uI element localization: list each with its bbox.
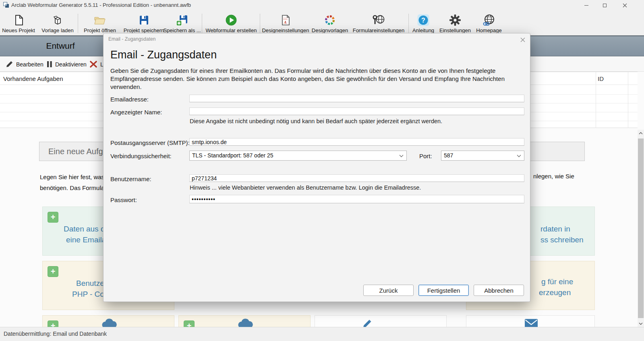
- port-select[interactable]: 587: [441, 151, 524, 161]
- gear-icon: [437, 12, 473, 26]
- password-input[interactable]: [189, 195, 524, 203]
- window-title: Arclab Webformular Generator 5.5.11 - Pr…: [11, 2, 191, 8]
- username-label: Benutzername:: [110, 176, 151, 182]
- toolbar-new-project[interactable]: Neues Projekt: [1, 12, 36, 35]
- smtp-server-input[interactable]: [189, 138, 524, 146]
- new-project-icon: [1, 12, 36, 26]
- intro-text-right-fragment: nlegen, wie Sie: [533, 173, 574, 180]
- minimize-icon: [584, 5, 588, 6]
- scroll-down-button[interactable]: [638, 320, 644, 327]
- scroll-up-button[interactable]: [638, 130, 644, 136]
- smtp-server-label: Postausgangsserver (SMTP):: [110, 139, 190, 146]
- cloud-icon: [100, 318, 118, 327]
- design-settings-icon: A: [261, 12, 310, 26]
- port-label: Port:: [419, 153, 432, 159]
- svg-text:?: ?: [421, 17, 425, 24]
- view-title: Entwurf: [0, 36, 121, 56]
- email-label: Emailadresse:: [110, 96, 149, 103]
- pencil-icon: [6, 60, 13, 68]
- id-column-header: ID: [598, 72, 604, 85]
- window-titlebar: Arclab Webformular Generator 5.5.11 - Pr…: [0, 0, 644, 10]
- username-hint: Hinweis ... viele Webanbieter verwenden …: [190, 184, 421, 191]
- toolbar-create-webform[interactable]: Webformular erstellen: [203, 12, 259, 35]
- add-task-plus-icon[interactable]: +: [48, 320, 58, 327]
- add-task-plus-icon[interactable]: +: [48, 266, 58, 277]
- toolbar-homepage[interactable]: Homepage: [474, 12, 504, 35]
- toolbar-settings[interactable]: Einstellungen: [437, 12, 473, 35]
- port-value: 587: [441, 151, 524, 160]
- intro-text-left: Legen Sie hier fest, was benötigen. Das …: [40, 172, 104, 193]
- table-column-divider: [596, 72, 596, 128]
- application-window: Arclab Webformular Generator 5.5.11 - Pr…: [0, 0, 644, 341]
- toolbar-save-project[interactable]: Projekt speichern: [121, 12, 166, 35]
- toolbar-save-as[interactable]: Speichern als ...: [163, 12, 201, 35]
- load-template-icon: [38, 12, 77, 26]
- save-as-icon: [163, 12, 201, 26]
- deactivate-task-label: Deaktivieren: [55, 61, 87, 68]
- app-icon: [3, 2, 9, 10]
- toolbar-design-templates[interactable]: Designvorlagen: [311, 12, 349, 35]
- cancel-button[interactable]: Abbrechen: [474, 285, 524, 296]
- design-templates-icon: [311, 12, 349, 26]
- minimize-button[interactable]: [578, 0, 595, 10]
- status-bar: Datenübermittlung: Email und Datenbank: [0, 327, 644, 341]
- security-select[interactable]: TLS - Standardport: 587 oder 25: [189, 151, 407, 161]
- tile-envelope[interactable]: [466, 315, 595, 327]
- chevron-down-icon: [399, 155, 404, 157]
- scrollbar-thumb[interactable]: [638, 138, 644, 318]
- main-toolbar: Neues Projekt Vorlage laden Projekt öffn…: [0, 10, 644, 35]
- globe-link-icon: [474, 12, 504, 26]
- deactivate-task-button[interactable]: Deaktivieren: [47, 57, 87, 72]
- chevron-down-icon: [517, 155, 521, 157]
- delete-x-icon: [89, 60, 97, 68]
- close-button[interactable]: [616, 0, 634, 10]
- security-label: Verbindungssicherheit:: [110, 153, 172, 159]
- username-input[interactable]: [189, 174, 524, 182]
- chevron-up-icon: [639, 132, 643, 134]
- pencil-icon: [362, 318, 373, 327]
- svg-text:A: A: [284, 20, 287, 25]
- cloud-icon: [236, 318, 254, 327]
- dialog-heading: Email - Zugangsdaten: [110, 49, 217, 61]
- envelope-icon: [525, 319, 538, 327]
- edit-task-button[interactable]: Bearbeiten: [6, 57, 43, 72]
- add-task-plus-icon[interactable]: +: [48, 212, 58, 223]
- table-column-divider: [628, 72, 628, 128]
- add-task-plus-icon[interactable]: +: [184, 320, 195, 327]
- back-button[interactable]: Zurück: [363, 285, 414, 296]
- dialog-title: Email - Zugangsdaten: [108, 36, 155, 42]
- pause-icon: [47, 61, 52, 68]
- toolbar-form-settings[interactable]: Formulareinstellungen: [350, 12, 407, 35]
- dialog-close-button[interactable]: [519, 36, 526, 43]
- toolbar-open-project[interactable]: Projekt öffnen: [79, 12, 120, 35]
- play-icon: [203, 12, 259, 26]
- maximize-icon: [603, 4, 607, 7]
- close-icon: [520, 37, 525, 42]
- toolbar-design-settings[interactable]: A Designeinstellungen: [261, 12, 310, 35]
- display-name-input[interactable]: [189, 107, 524, 115]
- tile-edit[interactable]: [315, 315, 447, 327]
- password-label: Passwort:: [110, 196, 137, 203]
- close-icon: [623, 3, 627, 8]
- tile-cloud-2[interactable]: +: [178, 315, 311, 327]
- help-icon: ?: [411, 12, 436, 26]
- email-credentials-dialog: Email - Zugangsdaten Email - Zugangsdate…: [103, 33, 530, 302]
- toolbar-separator: [78, 14, 78, 33]
- display-name-label: Angezeigter Name:: [110, 109, 162, 116]
- tile-cloud-1[interactable]: +: [42, 315, 174, 327]
- email-input[interactable]: [189, 95, 524, 102]
- toolbar-separator: [260, 14, 260, 33]
- security-value: TLS - Standardport: 587 oder 25: [190, 151, 406, 160]
- display-name-hint: Diese Angabe ist nicht unbedingt nötig u…: [190, 118, 442, 124]
- edit-task-label: Bearbeiten: [16, 61, 43, 68]
- form-settings-icon: [350, 12, 407, 26]
- finish-button[interactable]: Fertigstellen: [418, 285, 469, 296]
- save-icon: [121, 12, 166, 26]
- toolbar-load-template[interactable]: Vorlage laden: [38, 12, 77, 35]
- vertical-scrollbar[interactable]: [638, 130, 644, 327]
- maximize-button[interactable]: [596, 0, 613, 10]
- dialog-intro-text: Geben Sie die Zugangsdaten für eines Ihr…: [110, 67, 515, 91]
- open-folder-icon: [79, 12, 120, 26]
- status-text: Datenübermittlung: Email und Datenbank: [0, 327, 644, 341]
- toolbar-help[interactable]: ? Anleitung: [411, 12, 436, 35]
